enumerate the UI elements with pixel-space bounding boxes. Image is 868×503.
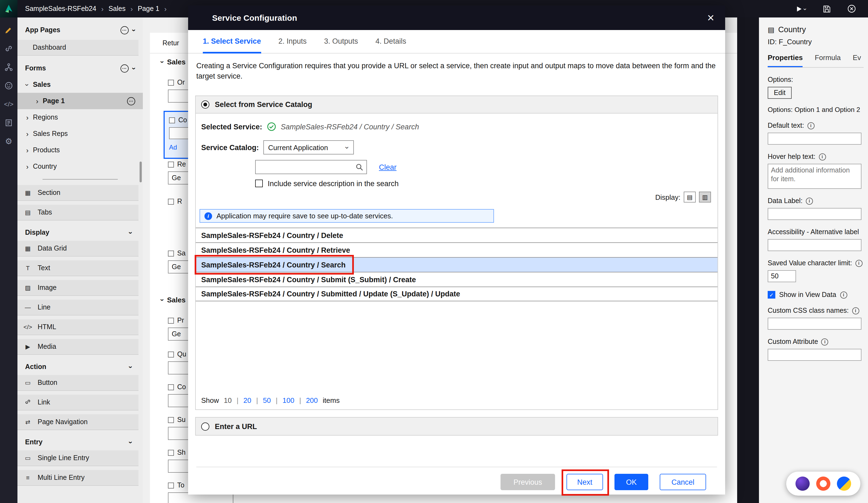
info-icon[interactable] xyxy=(806,197,813,204)
palette-item-data-grid[interactable]: ▦ Data Grid xyxy=(18,241,138,256)
page-size-50[interactable]: 50 xyxy=(263,396,271,405)
custom-css-input[interactable] xyxy=(768,318,861,330)
breadcrumb-app[interactable]: SampleSales-RSFeb24 xyxy=(25,5,96,12)
previous-button[interactable]: Previous xyxy=(500,474,555,491)
tree-item-products[interactable]: Products xyxy=(18,142,143,158)
step-details[interactable]: 4. Details xyxy=(375,30,406,53)
canvas-toolbar-button[interactable]: Retur xyxy=(163,39,179,47)
include-description-row[interactable]: Include service description in the searc… xyxy=(255,179,717,189)
sidebar-item-dashboard[interactable]: Dashboard xyxy=(18,40,138,56)
group-display-header[interactable]: Display xyxy=(18,224,143,241)
hover-help-textarea[interactable]: Add additional information for item. xyxy=(768,164,861,189)
feedback-icon[interactable] xyxy=(4,81,14,91)
canvas-field-checkbox[interactable]: R xyxy=(168,198,182,205)
hierarchy-icon[interactable] xyxy=(4,62,14,72)
info-icon[interactable] xyxy=(807,122,814,129)
palette-item-link[interactable]: Link xyxy=(18,395,138,411)
link-tool-icon[interactable] xyxy=(4,44,14,53)
page-size-10[interactable]: 10 xyxy=(224,396,232,405)
canvas-field-checkbox[interactable]: Co xyxy=(169,116,187,124)
palette-item-section[interactable]: ▦ Section xyxy=(18,185,138,201)
app-pages-header[interactable]: App Pages xyxy=(18,22,143,38)
service-row-search-selected[interactable]: SampleSales-RSFeb24 / Country / Search xyxy=(196,258,717,272)
palette-item-page-navigation[interactable]: ⇄ Page Navigation xyxy=(18,414,138,430)
display-list-view-toggle[interactable]: ▥ xyxy=(699,192,711,203)
breadcrumb-sales[interactable]: Sales xyxy=(108,5,126,12)
extension-icon-3[interactable] xyxy=(837,476,851,491)
page-size-100[interactable]: 100 xyxy=(282,396,294,405)
app-logo[interactable] xyxy=(0,0,18,18)
preview-run-button[interactable] xyxy=(796,4,806,14)
canvas-field-checkbox[interactable]: Or xyxy=(168,79,185,86)
tree-item-page1[interactable]: Page 1 xyxy=(18,93,143,109)
canvas-field-checkbox[interactable]: Co xyxy=(168,383,186,391)
breadcrumb-page1[interactable]: Page 1 xyxy=(138,5,159,12)
service-catalog-select[interactable]: Current Application xyxy=(264,141,354,155)
next-button[interactable]: Next xyxy=(567,474,603,491)
tree-item-country[interactable]: Country xyxy=(18,158,143,175)
chevron-down-icon[interactable] xyxy=(131,67,138,70)
service-row-delete[interactable]: SampleSales-RSFeb24 / Country / Delete xyxy=(196,228,717,243)
overflow-menu-icon[interactable] xyxy=(120,26,128,34)
info-icon[interactable] xyxy=(819,153,826,160)
display-detail-view-toggle[interactable]: ▤ xyxy=(684,192,696,203)
service-row-retrieve[interactable]: SampleSales-RSFeb24 / Country / Retrieve xyxy=(196,243,717,258)
close-dialog-button[interactable] xyxy=(707,11,714,25)
radio-unselected-icon[interactable] xyxy=(201,422,209,431)
canvas-field-checkbox[interactable]: Su xyxy=(168,416,186,424)
forms-icon[interactable] xyxy=(4,118,14,128)
checked-checkbox-icon[interactable] xyxy=(768,291,775,299)
unchecked-checkbox-icon[interactable] xyxy=(255,180,263,188)
service-row-submit-create[interactable]: SampleSales-RSFeb24 / Country / Submit (… xyxy=(196,272,717,287)
canvas-section-sales-2[interactable]: Sales xyxy=(162,296,186,304)
service-row-submitted-update[interactable]: SampleSales-RSFeb24 / Country / Submitte… xyxy=(196,287,717,302)
canvas-section-sales-1[interactable]: Sales xyxy=(162,58,186,66)
tab-events[interactable]: Ev xyxy=(853,53,861,67)
tree-item-regions[interactable]: Regions xyxy=(18,109,143,125)
canvas-field-checkbox[interactable]: Sh xyxy=(168,449,186,456)
extension-icon-2[interactable] xyxy=(816,476,830,491)
saved-value-limit-input[interactable]: 50 xyxy=(768,270,796,282)
close-app-button[interactable] xyxy=(847,4,856,13)
catalog-option-row[interactable]: Select from Service Catalog xyxy=(195,96,718,114)
overflow-menu-icon[interactable] xyxy=(120,64,128,72)
settings-gear-icon[interactable]: ⚙ xyxy=(4,137,14,146)
palette-item-image[interactable]: ▨ Image xyxy=(18,280,138,296)
tree-item-sales[interactable]: Sales xyxy=(18,77,143,93)
palette-item-media[interactable]: ▶ Media xyxy=(18,339,138,355)
palette-item-tabs[interactable]: ▤ Tabs xyxy=(18,205,138,221)
data-label-input[interactable] xyxy=(768,208,861,220)
palette-item-text[interactable]: T Text xyxy=(18,260,138,276)
tab-properties[interactable]: Properties xyxy=(768,53,803,67)
edit-options-button[interactable]: Edit xyxy=(768,87,792,99)
canvas-field-checkbox[interactable]: To xyxy=(168,481,184,489)
forms-header[interactable]: Forms xyxy=(18,60,143,77)
canvas-field-checkbox[interactable]: Pr xyxy=(168,316,184,324)
add-options-link[interactable]: Ad xyxy=(169,143,177,151)
palette-item-button[interactable]: ▭ Button xyxy=(18,375,138,391)
palette-item-html[interactable]: </> HTML xyxy=(18,319,138,335)
group-entry-header[interactable]: Entry xyxy=(18,434,143,450)
group-action-header[interactable]: Action xyxy=(18,359,143,375)
default-text-input[interactable] xyxy=(768,133,861,145)
accessibility-input[interactable] xyxy=(768,239,861,251)
page-size-200[interactable]: 200 xyxy=(306,396,318,405)
cancel-button[interactable]: Cancel xyxy=(660,474,706,491)
palette-item-line[interactable]: — Line xyxy=(18,300,138,315)
step-outputs[interactable]: 3. Outputs xyxy=(324,30,358,53)
step-select-service[interactable]: 1. Select Service xyxy=(203,30,261,53)
overflow-menu-icon[interactable] xyxy=(127,97,135,105)
tree-item-sales-reps[interactable]: Sales Reps xyxy=(18,125,143,142)
show-in-view-data-row[interactable]: Show in View Data xyxy=(768,291,864,299)
radio-selected-icon[interactable] xyxy=(201,101,209,109)
design-tool-icon[interactable] xyxy=(4,25,14,35)
chevron-down-icon[interactable] xyxy=(131,29,138,31)
info-icon[interactable] xyxy=(840,291,847,298)
palette-item-multi-line-entry[interactable]: ≡ Multi Line Entry xyxy=(18,470,138,486)
tab-formula[interactable]: Formula xyxy=(815,53,841,67)
extension-icon-1[interactable] xyxy=(795,476,810,491)
ok-button[interactable]: OK xyxy=(614,474,648,491)
canvas-field-checkbox[interactable]: Qu xyxy=(168,350,186,358)
palette-item-single-line-entry[interactable]: ▭ Single Line Entry xyxy=(18,450,138,466)
clear-search-link[interactable]: Clear xyxy=(379,163,397,171)
